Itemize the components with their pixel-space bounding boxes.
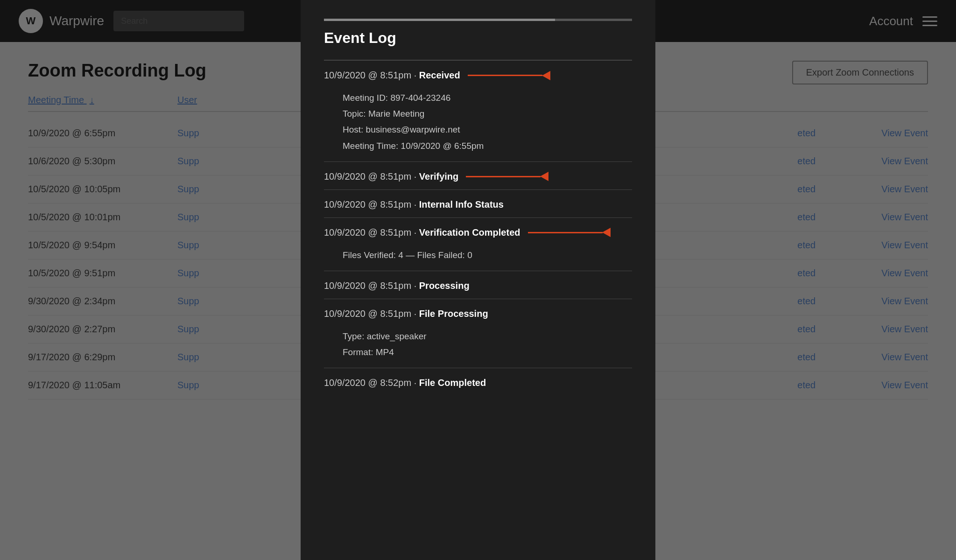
event-detail-line: Meeting ID: 897-404-23246 xyxy=(343,90,632,106)
event-list: 10/9/2020 @ 8:51pm · Received Meeting ID… xyxy=(324,60,632,396)
event-timestamp: 10/9/2020 @ 8:51pm · Verification Comple… xyxy=(324,227,520,238)
event-entry-file-processing: 10/9/2020 @ 8:51pm · File Processing Typ… xyxy=(324,299,632,368)
event-header-file-processing: 10/9/2020 @ 8:51pm · File Processing xyxy=(324,308,632,327)
event-timestamp: 10/9/2020 @ 8:52pm · File Completed xyxy=(324,378,486,388)
event-section-processing: 10/9/2020 @ 8:51pm · Processing xyxy=(324,271,632,299)
event-status-label: Received xyxy=(419,70,460,80)
event-entry-received: 10/9/2020 @ 8:51pm · Received Meeting ID… xyxy=(324,61,632,161)
event-status-label: Verification Completed xyxy=(419,227,520,238)
event-status-label: Processing xyxy=(419,280,470,291)
arrow-annotation xyxy=(528,228,611,237)
event-timestamp: 10/9/2020 @ 8:51pm · Processing xyxy=(324,280,470,291)
arrow-head-icon xyxy=(540,172,548,181)
event-detail-line: Type: active_speaker xyxy=(343,329,632,344)
arrow-annotation xyxy=(466,172,548,181)
event-details-verification-completed: Files Verified: 4 — Files Failed: 0 xyxy=(324,245,632,271)
event-header-verifying: 10/9/2020 @ 8:51pm · Verifying xyxy=(324,171,632,189)
event-entry-internal-info: 10/9/2020 @ 8:51pm · Internal Info Statu… xyxy=(324,190,632,217)
arrow-head-icon xyxy=(542,71,550,80)
event-timestamp: 10/9/2020 @ 8:51pm · Received xyxy=(324,70,460,81)
arrow-annotation xyxy=(468,71,550,80)
event-section-received: 10/9/2020 @ 8:51pm · Received Meeting ID… xyxy=(324,60,632,161)
event-section-file-completed: 10/9/2020 @ 8:52pm · File Completed xyxy=(324,368,632,396)
progress-fill xyxy=(324,19,555,21)
event-detail-line: Host: business@warpwire.net xyxy=(343,122,632,138)
event-entry-verifying: 10/9/2020 @ 8:51pm · Verifying xyxy=(324,162,632,189)
event-entry-file-completed: 10/9/2020 @ 8:52pm · File Completed xyxy=(324,368,632,396)
modal-title: Event Log xyxy=(324,29,632,47)
event-detail-line: Files Verified: 4 — Files Failed: 0 xyxy=(343,247,632,263)
event-status-label: Internal Info Status xyxy=(419,199,504,210)
event-status-label: Verifying xyxy=(419,171,458,182)
event-details-received: Meeting ID: 897-404-23246Topic: Marie Me… xyxy=(324,88,632,161)
event-details-file-processing: Type: active_speakerFormat: MP4 xyxy=(324,327,632,368)
arrow-head-icon xyxy=(602,228,611,237)
event-timestamp: 10/9/2020 @ 8:51pm · Internal Info Statu… xyxy=(324,199,504,210)
modal-overlay[interactable]: Event Log 10/9/2020 @ 8:51pm · Received … xyxy=(0,0,956,560)
event-log-modal: Event Log 10/9/2020 @ 8:51pm · Received … xyxy=(301,0,655,560)
event-detail-line: Format: MP4 xyxy=(343,344,632,360)
arrow-line xyxy=(468,75,542,76)
event-header-processing: 10/9/2020 @ 8:51pm · Processing xyxy=(324,280,632,299)
event-header-received: 10/9/2020 @ 8:51pm · Received xyxy=(324,70,632,88)
event-entry-verification-completed: 10/9/2020 @ 8:51pm · Verification Comple… xyxy=(324,218,632,271)
event-timestamp: 10/9/2020 @ 8:51pm · Verifying xyxy=(324,171,458,182)
event-section-internal-info: 10/9/2020 @ 8:51pm · Internal Info Statu… xyxy=(324,189,632,217)
event-status-label: File Completed xyxy=(419,378,486,388)
event-entry-processing: 10/9/2020 @ 8:51pm · Processing xyxy=(324,271,632,299)
event-section-verification-completed: 10/9/2020 @ 8:51pm · Verification Comple… xyxy=(324,217,632,271)
event-section-file-processing: 10/9/2020 @ 8:51pm · File Processing Typ… xyxy=(324,299,632,368)
event-timestamp: 10/9/2020 @ 8:51pm · File Processing xyxy=(324,308,488,319)
progress-bar xyxy=(324,19,632,21)
event-detail-line: Meeting Time: 10/9/2020 @ 6:55pm xyxy=(343,138,632,154)
event-section-verifying: 10/9/2020 @ 8:51pm · Verifying xyxy=(324,161,632,189)
event-header-internal-info: 10/9/2020 @ 8:51pm · Internal Info Statu… xyxy=(324,199,632,217)
arrow-line xyxy=(466,176,541,177)
event-detail-line: Topic: Marie Meeting xyxy=(343,106,632,122)
event-header-verification-completed: 10/9/2020 @ 8:51pm · Verification Comple… xyxy=(324,227,632,245)
event-header-file-completed: 10/9/2020 @ 8:52pm · File Completed xyxy=(324,378,632,396)
event-status-label: File Processing xyxy=(419,308,488,319)
arrow-line xyxy=(528,232,603,233)
